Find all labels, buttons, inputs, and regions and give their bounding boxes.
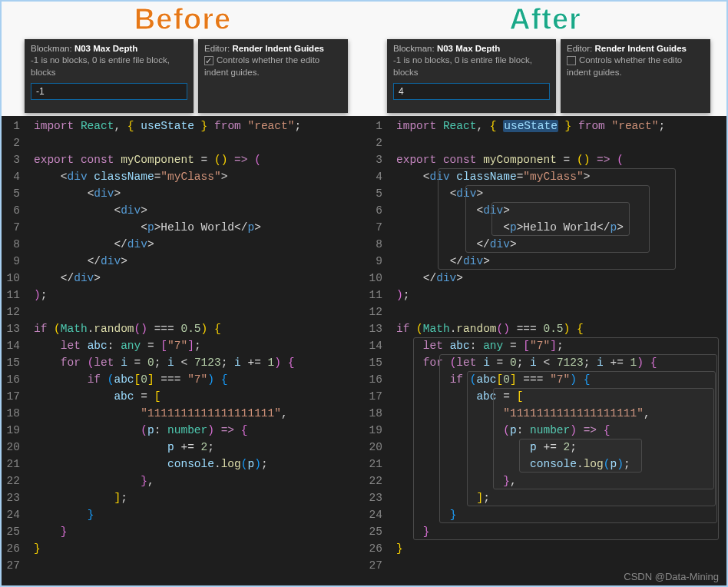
indent-checkbox-after[interactable] <box>567 56 576 65</box>
indent-desc-after: Controls whether the edito indent guides… <box>567 55 704 78</box>
blockman-setting-card-after: Blockman: N03 Max Depth -1 is no blocks,… <box>387 39 556 113</box>
after-pane: After Blockman: N03 Max Depth -1 is no b… <box>364 2 726 585</box>
code-before[interactable]: import React, { useState } from "react";… <box>28 116 364 585</box>
editor-after[interactable]: 1 2 3 4 5 6 7 8 9 10 11 12 13 14 15 16 1… <box>364 116 726 585</box>
blockman-desc-after: -1 is no blocks, 0 is entire file block,… <box>393 55 550 78</box>
blockman-depth-input-after[interactable]: 4 <box>393 83 550 100</box>
heading-before: Before <box>2 2 364 39</box>
indent-checkbox[interactable] <box>204 56 213 65</box>
indent-title: Editor: Render Indent Guides <box>204 44 342 53</box>
settings-row-after: Blockman: N03 Max Depth -1 is no blocks,… <box>364 39 726 116</box>
blockman-setting-card: Blockman: N03 Max Depth -1 is no blocks,… <box>25 39 194 113</box>
code-after[interactable]: import React, { useState } from "react";… <box>390 116 726 585</box>
blockman-depth-input[interactable]: -1 <box>31 83 187 100</box>
before-pane: Before Blockman: N03 Max Depth -1 is no … <box>2 2 364 585</box>
blockman-title-after: Blockman: N03 Max Depth <box>393 44 550 53</box>
heading-after: After <box>364 2 726 39</box>
gutter-after: 1 2 3 4 5 6 7 8 9 10 11 12 13 14 15 16 1… <box>364 116 390 585</box>
indent-desc: Controls whether the edito indent guides… <box>204 55 342 78</box>
indent-setting-card: Editor: Render Indent Guides Controls wh… <box>198 39 348 113</box>
watermark: CSDN @Data-Mining <box>624 571 719 582</box>
gutter-before: 1 2 3 4 5 6 7 8 9 10 11 12 13 14 15 16 1… <box>2 116 28 585</box>
indent-setting-card-after: Editor: Render Indent Guides Controls wh… <box>561 39 710 113</box>
editor-before[interactable]: 1 2 3 4 5 6 7 8 9 10 11 12 13 14 15 16 1… <box>2 116 364 585</box>
blockman-title: Blockman: N03 Max Depth <box>31 44 187 53</box>
settings-row-before: Blockman: N03 Max Depth -1 is no blocks,… <box>2 39 364 116</box>
blockman-desc: -1 is no blocks, 0 is entire file block,… <box>31 55 187 78</box>
indent-title-after: Editor: Render Indent Guides <box>567 44 704 53</box>
